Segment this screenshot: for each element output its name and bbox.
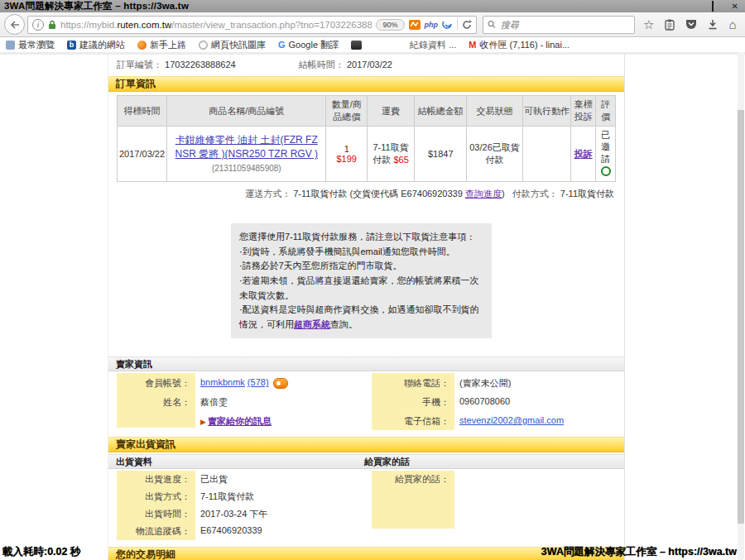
url-text[interactable]: https://mybid.ruten.com.tw/master/view_t… (60, 20, 372, 30)
close-button[interactable]: ✕ (732, 1, 738, 12)
bookmark-item-records[interactable]: 紀錄資料 ... (410, 39, 456, 51)
gmail-icon: M (469, 40, 476, 50)
checkout-time-value: 2017/03/22 (347, 60, 392, 69)
bookmark-label: 建議的網站 (79, 39, 125, 51)
shipment-data-header: 出貨資料 (108, 455, 357, 468)
back-arrow-icon (10, 21, 20, 29)
scrollbar[interactable] (738, 52, 744, 560)
rating-cell: 已邀請 (596, 127, 616, 182)
order-meta-row: 訂單編號： 17032263888624 結帳時間： 2017/03/22 (108, 55, 624, 74)
seller-email-row: 電子信箱： stevenzi2002@gmail.com (372, 411, 616, 430)
extension-icon-blue[interactable] (442, 20, 453, 30)
seller-email-link[interactable]: stevenzi2002@gmail.com (459, 415, 564, 425)
url-path: /master/view_transaction.php?tno=1703226… (171, 20, 372, 30)
seller-phone-value: (賣家未公開) (454, 373, 511, 392)
col-qty-total: 數量/商品總價 (326, 96, 368, 127)
product-code: (21311059485908) (212, 164, 281, 173)
bookmark-item-getting-started[interactable]: 新手上路 (137, 39, 186, 51)
bookmark-label: 收件匣 (7,116) - linai... (480, 39, 570, 51)
bookmark-thumbnail-icon (351, 41, 362, 50)
product-link[interactable]: 卡鉗維修零件 油封 土封(FZR FZ NSR 愛將 )(NSR250 TZR … (175, 134, 318, 160)
bookmark-item-most-visited[interactable]: 最常瀏覽 (6, 39, 55, 51)
freight-cell: 7-11取貨付款 $65 (367, 127, 414, 182)
shipment-label: 出貨進度： (117, 471, 195, 488)
info-icon[interactable]: i (32, 19, 44, 31)
bookmark-item-suggested-sites[interactable]: b 建議的網站 (67, 39, 125, 51)
bookmark-label: 新手上路 (150, 39, 186, 51)
section-header-seller-info: 賣家資訊 (108, 357, 624, 371)
quantity: 1 (328, 144, 365, 154)
seller-message-link[interactable]: 賣家給你的訊息 (208, 416, 272, 426)
download-icon[interactable] (708, 19, 718, 30)
complaint-link[interactable]: 投訴 (574, 149, 593, 159)
transaction-page: 訂單編號： 17032263888624 結帳時間： 2017/03/22 訂單… (108, 55, 625, 560)
zigzag-icon (411, 22, 419, 27)
maximize-button[interactable] (712, 1, 714, 12)
shipment-grid: 出貨進度： 已出貨 出貨方式： 7-11取貨付款 出貨時間： 2017-03-2… (108, 469, 624, 540)
search-bar[interactable] (483, 16, 635, 34)
lock-icon[interactable] (48, 20, 56, 30)
shipment-label: 出貨方式： (117, 488, 195, 505)
seller-account-link[interactable]: bnmkbnmk (200, 377, 245, 387)
notice-line: ‧若逾期未領，貨品將直接退還給賣家，您的帳號將累積一次未取貨次數。 (239, 274, 483, 303)
bookmark-star-icon[interactable]: ☆ (643, 19, 654, 31)
search-input[interactable] (499, 19, 630, 31)
seller-rating-count-link[interactable]: (578) (248, 377, 269, 387)
urlbar-divider (457, 18, 458, 31)
extension-icon-php[interactable]: php (425, 21, 439, 29)
navigation-toolbar: i https://mybid.ruten.com.tw/master/view… (0, 12, 745, 37)
shipment-value: 7-11取貨付款 (195, 488, 254, 505)
checkout-time-label: 結帳時間： (299, 60, 344, 69)
col-product: 商品名稱/商品編號 (167, 96, 326, 127)
pay-method-value: 7-11取貨付款 (560, 189, 614, 199)
track-progress-link[interactable]: 查詢進度 (465, 189, 502, 199)
item-total: $199 (328, 154, 365, 164)
shipment-row: 出貨時間： 2017-03-24 下午 (117, 505, 365, 523)
seller-phone-row: 聯絡電話： (賣家未公開) (372, 373, 616, 392)
bookmark-item-google-translate[interactable]: G Google 翻譯 (278, 39, 339, 51)
bookmark-item-gmail-inbox[interactable]: M 收件匣 (7,116) - linai... (469, 39, 570, 51)
home-icon[interactable]: ⌂ (728, 19, 736, 31)
ship-method-label: 運送方式： (245, 189, 291, 199)
reload-button[interactable] (462, 20, 472, 30)
window-controls: ✕ (694, 1, 738, 12)
url-bar[interactable]: i https://mybid.ruten.com.tw/master/view… (27, 16, 477, 34)
shipment-label: 物流追蹤碼： (117, 523, 195, 540)
pocket-icon[interactable] (685, 19, 697, 30)
ship-close-paren: ) (502, 189, 505, 199)
shipment-row: 出貨進度： 已出貨 (117, 471, 365, 488)
col-freight: 運費 (367, 96, 414, 127)
seller-credit-badge-icon (273, 378, 288, 389)
order-no-label: 訂單編號： (117, 60, 162, 69)
win-time-cell: 2017/03/22 (118, 127, 167, 182)
page-viewport: 訂單編號： 17032263888624 結帳時間： 2017/03/22 訂單… (0, 52, 745, 560)
col-rating: 評價 (596, 96, 616, 127)
order-table-header-row: 得標時間 商品名稱/商品編號 數量/商品總價 運費 結帳總金額 交易狀態 可執行… (118, 96, 616, 127)
bookmark-item-web-slice-gallery[interactable]: 網頁快訊圖庫 (199, 39, 266, 51)
shipment-value: E67406920339 (195, 523, 262, 540)
complaint-cell: 投訴 (571, 127, 596, 182)
notice-line: ‧請務必於7天內至您所指定的門市取貨。 (239, 259, 483, 274)
zoom-level-badge[interactable]: 90% (376, 19, 404, 31)
section-header-shipment: 賣家出貨資訊 (108, 437, 624, 452)
store-system-link[interactable]: 超商系統 (294, 319, 330, 329)
bookmark-label: 最常瀏覽 (18, 39, 55, 51)
back-button[interactable] (4, 14, 25, 35)
shipment-label: 出貨時間： (117, 505, 195, 523)
notice-line: ‧到貨時，系統將發手機簡訊與email通知您取件時間。 (239, 245, 483, 260)
extension-icon-orange[interactable] (409, 20, 421, 30)
scrollbar-thumb[interactable] (738, 110, 744, 524)
order-table: 得標時間 商品名稱/商品編號 數量/商品總價 運費 結帳總金額 交易狀態 可執行… (117, 95, 616, 182)
seller-mobile-label: 手機： (372, 392, 454, 411)
seller-message-label-spacer (117, 411, 195, 428)
most-visited-icon (6, 41, 15, 50)
bookmarks-menu-icon[interactable] (665, 19, 675, 31)
seller-name-label: 姓名： (117, 392, 195, 411)
seller-name-row: 姓名： 蔡倍雯 (117, 392, 365, 411)
bookmark-item-thumbnail[interactable] (351, 41, 362, 50)
qty-price-cell: 1 $199 (326, 127, 368, 182)
shipment-subheaders: 出貨資料 給買家的話 (108, 454, 624, 469)
pickup-notice-box: 您選擇使用7-11取貨付款服務，請注意以下取貨注意事項： ‧到貨時，系統將發手機… (231, 223, 492, 338)
action-cell (522, 127, 571, 182)
notice-line: ‧配送資料是定時與超商作資料交換，如遇通知卻取不到貨的情況，可利用超商系統查詢。 (239, 303, 483, 332)
